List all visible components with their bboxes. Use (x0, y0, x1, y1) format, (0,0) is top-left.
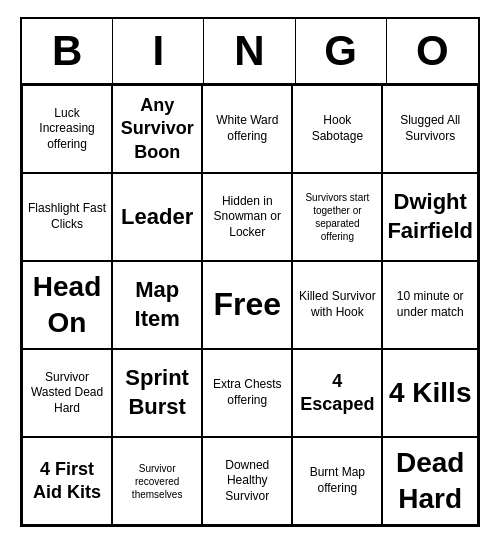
bingo-cell-4: Slugged All Survivors (382, 85, 478, 173)
bingo-cell-8: Survivors start together or separated of… (292, 173, 382, 261)
bingo-cell-19: 4 Kills (382, 349, 478, 437)
bingo-cell-11: Map Item (112, 261, 202, 349)
bingo-header: BINGO (22, 19, 478, 85)
bingo-letter-o: O (387, 19, 478, 83)
bingo-cell-23: Burnt Map offering (292, 437, 382, 525)
bingo-cell-18: 4 Escaped (292, 349, 382, 437)
bingo-cell-17: Extra Chests offering (202, 349, 292, 437)
bingo-cell-16: Sprint Burst (112, 349, 202, 437)
bingo-cell-14: 10 minute or under match (382, 261, 478, 349)
bingo-cell-6: Leader (112, 173, 202, 261)
bingo-cell-15: Survivor Wasted Dead Hard (22, 349, 112, 437)
bingo-letter-i: I (113, 19, 204, 83)
bingo-letter-g: G (296, 19, 387, 83)
bingo-letter-b: B (22, 19, 113, 83)
bingo-cell-13: Killed Survivor with Hook (292, 261, 382, 349)
bingo-cell-12: Free (202, 261, 292, 349)
bingo-cell-21: Survivor recovered themselves (112, 437, 202, 525)
bingo-cell-3: Hook Sabotage (292, 85, 382, 173)
bingo-cell-7: Hidden in Snowman or Locker (202, 173, 292, 261)
bingo-letter-n: N (204, 19, 295, 83)
bingo-cell-5: Flashlight Fast Clicks (22, 173, 112, 261)
bingo-cell-9: Dwight Fairfield (382, 173, 478, 261)
bingo-cell-24: Dead Hard (382, 437, 478, 525)
bingo-cell-22: Downed Healthy Survivor (202, 437, 292, 525)
bingo-cell-1: Any Survivor Boon (112, 85, 202, 173)
bingo-grid: Luck Increasing offeringAny Survivor Boo… (22, 85, 478, 525)
bingo-cell-2: White Ward offering (202, 85, 292, 173)
bingo-cell-0: Luck Increasing offering (22, 85, 112, 173)
bingo-cell-20: 4 First Aid Kits (22, 437, 112, 525)
bingo-cell-10: Head On (22, 261, 112, 349)
bingo-card: BINGO Luck Increasing offeringAny Surviv… (20, 17, 480, 527)
